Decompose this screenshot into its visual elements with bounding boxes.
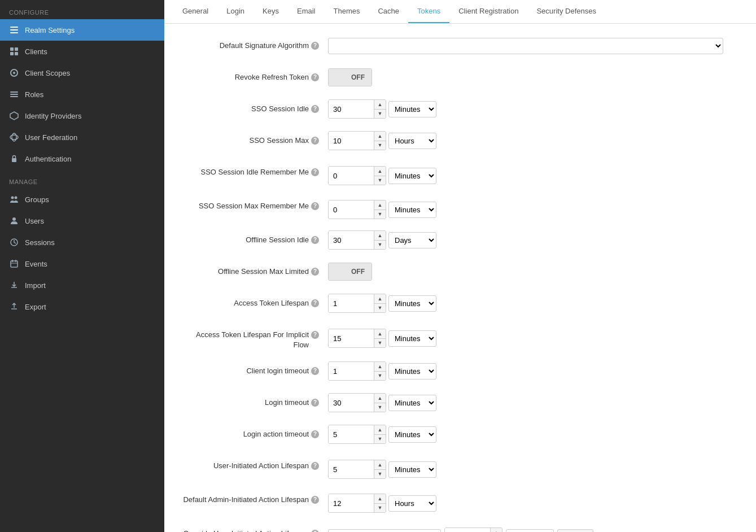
login-action-timeout-help[interactable]: ? [311,430,319,438]
sidebar-item-export[interactable]: Export [0,296,164,317]
access-token-lifespan-down[interactable]: ▼ [374,303,386,312]
client-login-timeout-input[interactable] [329,362,374,380]
access-token-lifespan-up[interactable]: ▲ [374,294,386,303]
offline-session-idle-up[interactable]: ▲ [374,231,386,240]
sidebar-item-user-federation[interactable]: User Federation [0,127,164,148]
access-token-implicit-input[interactable] [329,329,374,347]
tab-email[interactable]: Email [288,0,325,23]
offline-session-max-limited-toggle[interactable]: OFF [328,263,372,281]
login-timeout-down[interactable]: ▼ [374,403,386,412]
login-action-timeout-input[interactable] [329,425,374,443]
revoke-refresh-token-toggle[interactable]: OFF [328,68,372,86]
offline-session-idle-down[interactable]: ▼ [374,240,386,249]
access-token-implicit-unit[interactable]: MinutesHoursDaysSeconds [388,330,436,347]
override-action-up[interactable]: ▲ [491,528,502,532]
sso-session-max-unit[interactable]: HoursMinutesDaysSeconds [388,133,436,149]
tab-client-registration[interactable]: Client Registration [449,0,527,23]
access-token-implicit-down[interactable]: ▼ [374,338,386,347]
offline-session-idle-help[interactable]: ? [311,236,319,244]
access-token-lifespan-unit[interactable]: MinutesHoursDaysSeconds [388,295,436,312]
sso-max-remember-me-down[interactable]: ▼ [374,210,386,219]
default-signature-algorithm-select[interactable] [328,38,723,54]
sso-session-max-input[interactable] [329,132,374,150]
sidebar-item-roles[interactable]: Roles [0,84,164,105]
sso-idle-remember-me-input[interactable] [329,167,374,185]
sidebar-item-authentication[interactable]: Authentication [0,148,164,169]
user-initiated-action-lifespan-up[interactable]: ▲ [374,460,386,469]
user-initiated-action-lifespan-unit[interactable]: MinutesHoursDaysSeconds [388,461,436,478]
sso-max-remember-me-input[interactable] [329,200,374,219]
login-action-timeout-up[interactable]: ▲ [374,425,386,434]
sidebar-item-events[interactable]: Events [0,253,164,274]
default-signature-algorithm-help[interactable]: ? [311,42,319,50]
sso-session-max-down[interactable]: ▼ [374,141,386,150]
client-login-timeout-up[interactable]: ▲ [374,362,386,371]
default-admin-action-lifespan-input[interactable] [329,494,374,512]
login-timeout-unit[interactable]: MinutesHoursDaysSeconds [388,395,436,411]
login-timeout-input[interactable] [329,394,374,412]
override-action-unit[interactable]: MinutesHoursDaysSeconds [506,529,554,532]
override-action-select[interactable]: Select one... [328,529,441,532]
sso-session-idle-input[interactable] [329,100,374,118]
override-action-reset-button[interactable]: Reset [557,529,593,532]
sidebar-item-clients[interactable]: Clients [0,41,164,62]
sso-session-idle-down[interactable]: ▼ [374,109,386,118]
sidebar-item-sessions[interactable]: Sessions [0,232,164,253]
default-admin-action-lifespan-down[interactable]: ▼ [374,503,386,512]
sidebar-item-import[interactable]: Import [0,274,164,296]
default-admin-action-lifespan-up[interactable]: ▲ [374,494,386,503]
sso-idle-remember-me-unit[interactable]: MinutesHoursDaysSeconds [388,168,436,184]
tab-login[interactable]: Login [217,0,254,23]
sso-max-remember-me-up[interactable]: ▲ [374,200,386,210]
tab-cache[interactable]: Cache [369,0,408,23]
sso-idle-remember-me-up[interactable]: ▲ [374,167,386,176]
federation-icon [9,132,19,142]
client-login-timeout-down[interactable]: ▼ [374,371,386,380]
sso-idle-remember-me-down[interactable]: ▼ [374,176,386,185]
access-token-implicit-up[interactable]: ▲ [374,329,386,338]
sso-session-idle-up[interactable]: ▲ [374,100,386,109]
tab-themes[interactable]: Themes [324,0,369,23]
sso-max-remember-me-help[interactable]: ? [311,202,319,210]
sso-session-idle-unit[interactable]: MinutesHoursDaysSeconds [388,101,436,117]
sso-idle-remember-me-help[interactable]: ? [311,168,319,176]
client-login-timeout-label: Client login timeout ? [181,366,328,376]
sidebar-item-client-scopes[interactable]: Client Scopes [0,62,164,84]
sso-idle-remember-me-label: SSO Session Idle Remember Me ? [181,164,328,177]
sso-session-max-help[interactable]: ? [311,137,319,145]
offline-session-max-limited-row: Offline Session Max Limited ? OFF [181,261,739,282]
sidebar-item-realm-settings[interactable]: Realm Settings [0,19,164,41]
login-timeout-help[interactable]: ? [311,399,319,407]
default-admin-action-lifespan-help[interactable]: ? [311,496,319,504]
tab-security-defenses[interactable]: Security Defenses [527,0,605,23]
user-initiated-action-lifespan-down[interactable]: ▼ [374,469,386,478]
access-token-implicit-help[interactable]: ? [311,331,319,339]
sso-max-remember-me-unit[interactable]: MinutesHoursDaysSeconds [388,202,436,218]
login-action-timeout-unit[interactable]: MinutesHoursDaysSeconds [388,426,436,443]
revoke-refresh-token-help[interactable]: ? [311,73,319,81]
login-action-timeout-down[interactable]: ▼ [374,434,386,443]
offline-session-idle-unit[interactable]: DaysMinutesHoursSeconds [388,232,436,248]
sidebar-item-identity-providers[interactable]: Identity Providers [0,105,164,127]
login-timeout-up[interactable]: ▲ [374,394,386,403]
login-action-timeout-control: ▲ ▼ MinutesHoursDaysSeconds [328,425,436,444]
user-initiated-action-lifespan-input[interactable] [329,460,374,478]
client-login-timeout-unit[interactable]: MinutesHoursDaysSeconds [388,363,436,380]
client-login-timeout-help[interactable]: ? [311,367,319,375]
default-admin-action-lifespan-unit[interactable]: HoursMinutesDaysSeconds [388,495,436,512]
offline-session-max-limited-help[interactable]: ? [311,268,319,276]
svg-point-15 [11,197,14,199]
sso-session-idle-help[interactable]: ? [311,105,319,113]
offline-session-idle-input[interactable] [329,231,374,249]
sso-session-max-up[interactable]: ▲ [374,132,386,141]
tab-keys[interactable]: Keys [254,0,288,23]
tab-tokens[interactable]: Tokens [408,0,449,23]
access-token-lifespan-help[interactable]: ? [311,299,319,307]
override-user-action-lifespan-help[interactable]: ? [311,530,319,532]
access-token-lifespan-input[interactable] [329,294,374,312]
user-initiated-action-lifespan-help[interactable]: ? [311,462,319,470]
sidebar-item-groups[interactable]: Groups [0,189,164,210]
sidebar-item-users[interactable]: Users [0,210,164,232]
override-action-value-input[interactable] [445,528,490,532]
tab-general[interactable]: General [173,0,217,23]
